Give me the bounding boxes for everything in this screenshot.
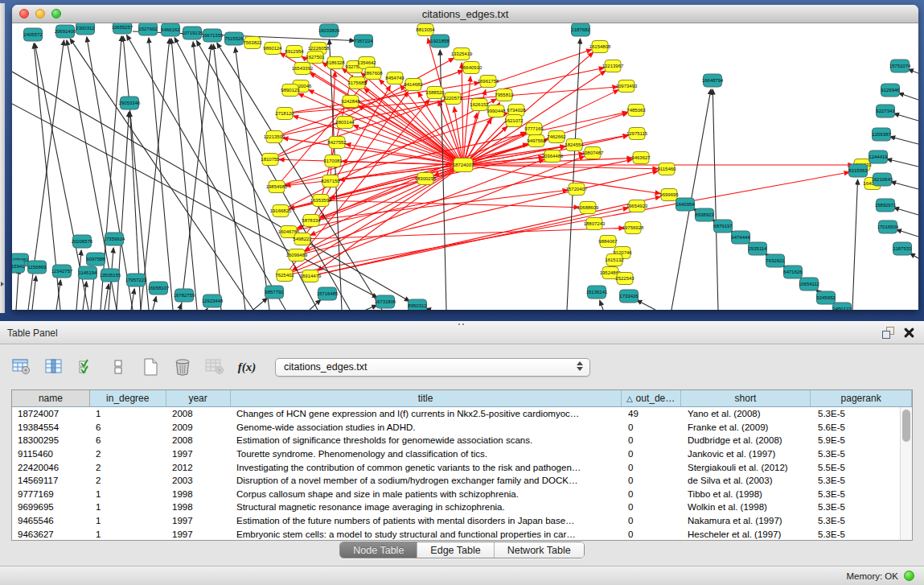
graph-node[interactable]: 13505155 — [100, 269, 121, 282]
column-header-in_degree[interactable]: in_degree — [90, 390, 166, 406]
graph-node[interactable]: 12213509 — [264, 131, 285, 143]
network-canvas[interactable]: 1872400775638229860124891295412226058162… — [12, 23, 918, 310]
graph-node[interactable]: 7515526 — [224, 32, 244, 45]
graph-node[interactable]: 15892971 — [875, 199, 897, 212]
table-row[interactable]: 1938455462009Genome-wide association stu… — [12, 421, 900, 435]
table-selector-dropdown[interactable]: citations_edges.txt — [275, 358, 590, 377]
graph-node[interactable]: 1156869 — [28, 261, 47, 274]
graph-node[interactable]: 18724007 — [453, 159, 474, 172]
column-header-title[interactable]: title — [231, 390, 622, 406]
scrollbar-thumb[interactable] — [902, 410, 910, 442]
graph-node[interactable]: 17016504 — [877, 220, 899, 233]
graph-node[interactable]: 9245652 — [816, 291, 836, 304]
graph-node[interactable]: 3915941 — [12, 260, 25, 273]
graph-node[interactable]: 16958107 — [148, 282, 170, 295]
graph-node[interactable]: 19166825 — [270, 205, 292, 217]
graph-node[interactable]: 8813054 — [416, 24, 435, 36]
graph-node[interactable]: 8912954 — [285, 46, 304, 58]
graph-node[interactable]: 10655257 — [112, 23, 133, 34]
graph-node[interactable]: 9097588 — [86, 253, 105, 266]
graph-node[interactable]: 2187682 — [571, 23, 590, 36]
graph-node[interactable]: 2935114 — [749, 242, 768, 255]
graph-node[interactable]: 8186328 — [326, 57, 345, 69]
graph-node[interactable]: 1527602 — [138, 23, 158, 35]
graph-node[interactable]: 9884067 — [598, 236, 618, 248]
graph-node[interactable]: 1244419 — [869, 150, 888, 163]
graph-node[interactable]: 6879197 — [713, 220, 733, 233]
graph-node[interactable]: 9497568 — [527, 135, 546, 147]
graph-node[interactable]: 8454749 — [385, 72, 405, 84]
graph-node[interactable]: 1824554 — [565, 139, 584, 151]
graph-node[interactable]: 15751074 — [889, 60, 911, 72]
graph-node[interactable]: 1640954 — [676, 198, 695, 211]
table-row[interactable]: 1456911722003Disruption of a novel membe… — [12, 474, 900, 488]
graph-node[interactable]: 7625402 — [275, 270, 294, 282]
graph-node[interactable]: 3175685 — [347, 77, 367, 89]
close-window-button[interactable] — [19, 9, 29, 19]
graph-node[interactable]: 8215953 — [848, 164, 868, 177]
graph-node[interactable]: 10973493 — [616, 80, 638, 93]
graph-node[interactable]: 2405572 — [23, 28, 43, 41]
table-row[interactable]: 2242004622012Investigating the contribut… — [12, 460, 900, 474]
graph-node[interactable]: 16782759 — [174, 289, 195, 302]
graph-node[interactable]: 7357224 — [354, 35, 373, 47]
window-titlebar[interactable]: citations_edges.txt — [12, 5, 918, 23]
graph-node[interactable]: 10654112 — [799, 278, 820, 290]
graph-node[interactable]: 15716485 — [317, 287, 339, 300]
graph-node[interactable]: 12923448 — [202, 295, 224, 307]
graph-node[interactable]: 16731806 — [375, 295, 396, 308]
graph-node[interactable]: 9699695 — [659, 189, 679, 201]
graph-node[interactable]: 10688609 — [577, 202, 599, 214]
graph-node[interactable]: 1621072 — [504, 115, 524, 127]
graph-node[interactable]: 9129946 — [881, 84, 900, 97]
select-column-button[interactable] — [43, 357, 64, 377]
table-row[interactable]: 969969511998Structural magnetic resonanc… — [12, 501, 900, 514]
graph-node[interactable]: 9463627 — [631, 152, 651, 164]
graph-node[interactable]: 12975115 — [626, 128, 648, 140]
graph-node[interactable]: 12342757 — [51, 265, 73, 278]
graph-node[interactable]: 5498222 — [293, 233, 312, 245]
graph-node[interactable]: 16353594 — [310, 195, 332, 207]
graph-node[interactable]: 10719135 — [182, 27, 203, 39]
graph-node[interactable]: 2867608 — [363, 68, 383, 80]
graph-node[interactable]: 19854985 — [266, 181, 288, 193]
graph-node[interactable]: 9242848 — [341, 96, 360, 108]
table-row[interactable]: 1872400712008Changes of HCN gene express… — [12, 407, 900, 421]
column-header-out_de[interactable]: △out_de… — [622, 390, 681, 406]
graph-node[interactable]: 9990448 — [487, 105, 506, 117]
graph-node[interactable]: 9860124 — [263, 43, 282, 55]
graph-node[interactable]: 18300295 — [415, 173, 437, 185]
graph-node[interactable]: 6471626 — [783, 266, 803, 278]
graph-node[interactable]: 1921858 — [430, 35, 450, 47]
graph-node[interactable]: 9857791 — [265, 286, 284, 299]
graph-node[interactable]: 7632621 — [766, 254, 785, 267]
graph-node[interactable]: 15720407 — [566, 183, 588, 196]
graph-node[interactable]: 9115460 — [658, 163, 677, 175]
graph-node[interactable]: 8938923 — [695, 208, 714, 221]
zoom-window-button[interactable] — [51, 9, 61, 19]
graph-node[interactable]: 7462662 — [547, 131, 566, 143]
graph-node[interactable]: 16961758 — [478, 76, 499, 88]
graph-node[interactable]: 9227343 — [876, 105, 895, 117]
graph-node[interactable]: 9777169 — [524, 123, 544, 135]
graph-node[interactable]: 9890123 — [281, 84, 300, 97]
graph-node[interactable]: 20691406 — [55, 25, 76, 38]
graph-node[interactable]: 1145194 — [79, 266, 98, 279]
table-row[interactable]: 911546021997Tourette syndrome. Phenomeno… — [12, 447, 900, 461]
graph-node[interactable]: 17957223 — [125, 274, 147, 286]
graph-node[interactable]: 6466162 — [161, 23, 180, 36]
graph-node[interactable]: 9414682 — [404, 79, 423, 91]
graph-node[interactable]: 2300312 — [76, 23, 95, 35]
table-scrollbar[interactable] — [900, 407, 912, 540]
graph-node[interactable]: 29053346 — [119, 97, 141, 109]
table-row[interactable]: 946554611997Estimation of the future num… — [12, 514, 900, 528]
graph-node[interactable]: 16154808 — [589, 41, 611, 53]
minimize-window-button[interactable] — [35, 9, 45, 19]
graph-node[interactable]: 1209387 — [872, 128, 891, 141]
graph-node[interactable]: 9474444 — [731, 231, 750, 244]
splitter-grip[interactable] — [456, 323, 467, 327]
graph-node[interactable]: 19654923 — [626, 200, 648, 212]
graph-node[interactable]: 10807487 — [582, 147, 604, 159]
table-settings-button[interactable] — [11, 357, 32, 377]
table-row[interactable]: 946362711997Embryonic stem cells: a mode… — [12, 527, 900, 540]
